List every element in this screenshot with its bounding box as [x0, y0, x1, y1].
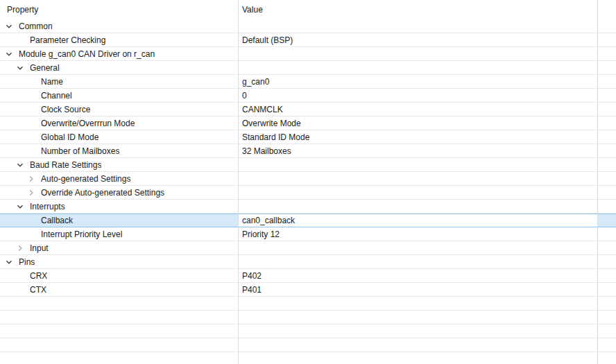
row-end-spacer	[597, 186, 616, 199]
property-label: Name	[41, 77, 63, 87]
chevron-right-icon[interactable]	[28, 186, 41, 199]
property-label: Overwrite/Overrrun Mode	[41, 119, 135, 128]
row-end-spacer	[597, 116, 616, 130]
property-cell: Channel	[0, 89, 238, 102]
value-cell[interactable]: P401	[238, 283, 597, 296]
row-end-spacer	[597, 214, 616, 227]
column-header-property[interactable]: Property	[0, 0, 238, 19]
chevron-down-icon[interactable]	[6, 19, 19, 33]
property-cell: Input	[0, 241, 238, 254]
chevron-right-icon[interactable]	[28, 172, 41, 185]
property-cell: Interrupt Priority Level	[0, 227, 238, 241]
property-row[interactable]: Pins	[0, 255, 616, 269]
value-cell[interactable]: 32 Mailboxes	[238, 144, 597, 157]
row-end-spacer	[597, 33, 616, 46]
row-end-spacer	[597, 75, 616, 88]
value-cell[interactable]	[238, 311, 597, 324]
property-cell: Pins	[0, 255, 238, 268]
value-cell[interactable]: CANMCLK	[238, 103, 597, 116]
value-cell[interactable]	[238, 324, 597, 338]
value-cell[interactable]	[238, 352, 597, 364]
row-end-spacer	[597, 19, 616, 33]
value-cell-editor[interactable]: can0_callback	[238, 214, 597, 227]
property-row[interactable]: Parameter CheckingDefault (BSP)	[0, 33, 616, 47]
chevron-down-icon[interactable]	[17, 200, 30, 213]
property-cell: Override Auto-generated Settings	[0, 186, 238, 199]
property-row[interactable]: Common	[0, 19, 616, 33]
property-cell: CRX	[0, 269, 238, 282]
row-end-spacer	[597, 297, 616, 310]
column-resize-divider-property[interactable]	[238, 0, 239, 364]
chevron-down-icon[interactable]	[6, 47, 19, 60]
value-cell[interactable]: g_can0	[238, 75, 597, 88]
value-cell[interactable]	[238, 19, 597, 33]
empty-row[interactable]	[0, 338, 616, 352]
row-end-spacer	[597, 172, 616, 185]
column-resize-divider-value[interactable]	[597, 0, 598, 364]
row-end-spacer	[597, 255, 616, 268]
value-cell[interactable]	[238, 47, 597, 60]
property-row[interactable]: Interrupt Priority LevelPriority 12	[0, 227, 616, 241]
property-row[interactable]: Interrupts	[0, 200, 616, 214]
property-label: Channel	[41, 91, 72, 101]
row-end-spacer	[597, 352, 616, 364]
property-row[interactable]: CTXP401	[0, 283, 616, 297]
value-cell[interactable]: Overwrite Mode	[238, 116, 597, 130]
chevron-down-icon[interactable]	[17, 158, 30, 171]
value-cell[interactable]	[238, 297, 597, 310]
value-cell[interactable]: 0	[238, 89, 597, 102]
row-end-spacer	[597, 283, 616, 296]
property-row[interactable]: Global ID ModeStandard ID Mode	[0, 130, 616, 144]
value-cell[interactable]: P402	[238, 269, 597, 282]
row-end-spacer	[597, 311, 616, 324]
property-label: Auto-generated Settings	[41, 174, 130, 184]
empty-row[interactable]	[0, 311, 616, 324]
property-row[interactable]: Number of Mailboxes32 Mailboxes	[0, 144, 616, 158]
property-cell: CTX	[0, 283, 238, 296]
empty-row[interactable]	[0, 297, 616, 311]
grid-header: Property Value	[0, 0, 616, 19]
value-cell[interactable]: Priority 12	[238, 227, 597, 241]
value-cell[interactable]	[238, 338, 597, 352]
value-cell[interactable]	[238, 255, 597, 268]
property-cell	[0, 324, 238, 338]
property-row[interactable]: Overwrite/Overrrun ModeOverwrite Mode	[0, 116, 616, 130]
value-cell[interactable]	[238, 200, 597, 213]
property-row[interactable]: Clock SourceCANMCLK	[0, 103, 616, 116]
chevron-down-icon[interactable]	[6, 255, 19, 268]
property-row[interactable]: Nameg_can0	[0, 75, 616, 89]
value-cell[interactable]	[238, 61, 597, 74]
empty-row[interactable]	[0, 324, 616, 338]
value-cell[interactable]: Default (BSP)	[238, 33, 597, 46]
property-row[interactable]: Baud Rate Settings	[0, 158, 616, 172]
value-cell[interactable]: Standard ID Mode	[238, 130, 597, 144]
property-label: Common	[19, 21, 53, 31]
row-end-spacer	[597, 200, 616, 213]
value-cell[interactable]	[238, 241, 597, 254]
property-row[interactable]: Input	[0, 241, 616, 255]
property-row[interactable]: Channel0	[0, 89, 616, 103]
property-cell	[0, 338, 238, 352]
chevron-down-icon[interactable]	[17, 61, 30, 74]
value-cell[interactable]	[238, 172, 597, 185]
property-row[interactable]: Callbackcan0_callback	[0, 214, 616, 227]
row-end-spacer	[597, 158, 616, 171]
property-row[interactable]: Module g_can0 CAN Driver on r_can	[0, 47, 616, 61]
property-label: Interrupt Priority Level	[41, 229, 122, 239]
property-row[interactable]: General	[0, 61, 616, 75]
property-label: Number of Mailboxes	[41, 146, 119, 156]
empty-row[interactable]	[0, 352, 616, 364]
chevron-right-icon[interactable]	[17, 241, 30, 254]
property-cell: Number of Mailboxes	[0, 144, 238, 157]
row-end-spacer	[597, 47, 616, 60]
column-header-value[interactable]: Value	[238, 0, 597, 19]
property-cell	[0, 311, 238, 324]
property-cell: Global ID Mode	[0, 130, 238, 144]
row-end-spacer	[597, 338, 616, 352]
property-row[interactable]: Override Auto-generated Settings	[0, 186, 616, 200]
value-cell[interactable]	[238, 186, 597, 199]
property-row[interactable]: Auto-generated Settings	[0, 172, 616, 186]
property-label: Parameter Checking	[30, 35, 105, 45]
value-cell[interactable]	[238, 158, 597, 171]
property-row[interactable]: CRXP402	[0, 269, 616, 283]
